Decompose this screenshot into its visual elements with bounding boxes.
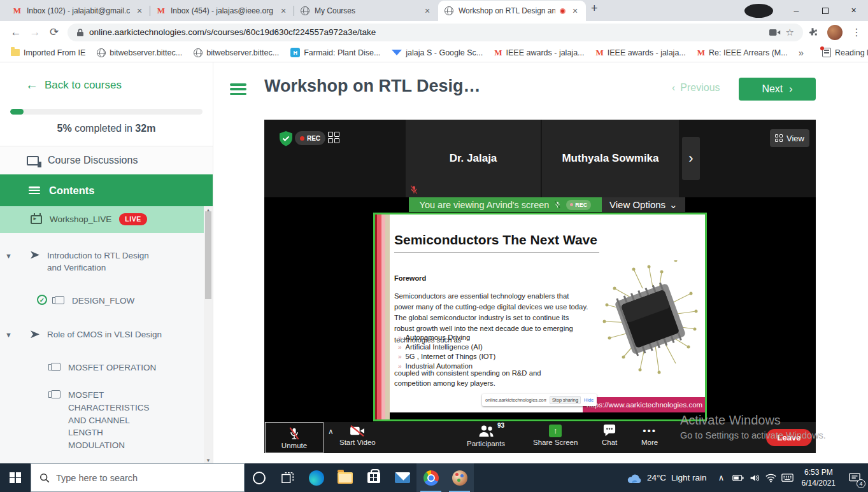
reading-list-button[interactable]: Reading list <box>818 46 868 59</box>
taskbar-clock[interactable]: 6:53 PM 6/14/2021 <box>796 463 841 492</box>
volume-icon[interactable] <box>746 463 763 492</box>
tab-workshop-active[interactable]: Workshop on RTL Design an × <box>438 1 586 21</box>
hidden-icons-chevron[interactable]: ∧ <box>713 463 730 492</box>
touch-keyboard-icon[interactable] <box>779 463 796 492</box>
slide-body: Semiconductors The Next Wave Foreword Se… <box>390 214 705 419</box>
url-text: online.aarkictechnologies.com/s/courses/… <box>89 27 764 37</box>
store-icon <box>367 472 380 483</box>
gallery-view-icon[interactable] <box>328 132 339 143</box>
more-dots-icon: ••• <box>643 425 657 437</box>
tab-recording-indicator-icon <box>560 8 566 14</box>
participants-button[interactable]: 93 Participants <box>467 425 505 447</box>
next-participants-chevron[interactable]: › <box>682 137 700 180</box>
new-tab-button[interactable]: + <box>591 2 598 15</box>
sidebar-section-intro-rtl[interactable]: ▼ Introduction to RTL Design and Verific… <box>0 242 213 282</box>
leave-button[interactable]: Leave <box>766 429 812 446</box>
chevron-down-icon[interactable]: ▼ <box>5 330 12 341</box>
participant-tile: Muthyala Sowmika <box>542 120 679 197</box>
maximize-button[interactable] <box>811 0 839 21</box>
sidebar-item-mosfet-characteristics[interactable]: MOSFET CHARACTERISTICS AND CHANNEL LENGT… <box>0 381 213 459</box>
chevron-down-icon[interactable]: ▼ <box>5 251 12 262</box>
back-icon[interactable]: ← <box>6 26 25 39</box>
hide-button[interactable]: Hide <box>584 397 594 403</box>
next-button[interactable]: Next › <box>739 78 816 101</box>
cortana-button[interactable] <box>245 463 273 492</box>
weather-cloud-icon <box>627 472 642 484</box>
tab-my-courses[interactable]: My Courses × <box>294 1 438 21</box>
chat-button[interactable]: Chat <box>602 425 617 446</box>
unmute-button[interactable]: Unmute <box>265 422 324 453</box>
navbar-actions: ⋮ <box>807 25 862 40</box>
action-center-button[interactable]: 4 <box>841 463 868 492</box>
sidebar-item-design-flow[interactable]: ✓ DESIGN_FLOW <box>0 287 213 315</box>
tab-gmail-personal[interactable]: M Inbox (102) - jalajabit@gmail.com × <box>6 1 150 21</box>
stop-sharing-button[interactable]: Stop sharing <box>550 396 581 404</box>
bookmarks-overflow-chevron-icon[interactable]: » <box>799 47 804 58</box>
sidebar-scrollbar[interactable]: ▲ ▼ <box>204 206 213 465</box>
file-explorer-button[interactable] <box>331 463 359 492</box>
previous-button[interactable]: ‹ Previous <box>672 82 720 94</box>
profile-avatar[interactable] <box>827 25 843 40</box>
view-options-button[interactable]: View Options ⌄ <box>602 197 685 212</box>
network-wifi-icon[interactable] <box>763 463 779 492</box>
task-view-button[interactable] <box>273 463 302 492</box>
view-button[interactable]: View <box>770 129 809 147</box>
scrollbar-thumb[interactable] <box>205 211 211 299</box>
tab-close-icon[interactable]: × <box>570 6 580 16</box>
sidebar-item-workshop-live[interactable]: Workshop_LIVE LIVE <box>0 206 213 233</box>
bookmark-item[interactable]: bitwebserver.bittec... <box>189 46 283 59</box>
chrome-menu-kebab-icon[interactable]: ⋮ <box>851 26 862 38</box>
globe-icon <box>194 48 203 57</box>
contents-list: Workshop_LIVE LIVE ▼ Introduction to RTL… <box>0 206 213 465</box>
lesson-pages-icon <box>55 296 64 304</box>
chrome-button[interactable] <box>416 463 445 492</box>
tab-close-icon[interactable]: × <box>422 6 432 16</box>
tab-close-icon[interactable]: × <box>134 6 145 16</box>
edge-button[interactable] <box>302 463 331 492</box>
reload-icon[interactable]: ⟳ <box>45 25 64 39</box>
weather-widget[interactable]: 24°C Light rain <box>620 463 713 492</box>
bookmark-item[interactable]: MRe: IEEE Arrears (M... <box>693 46 792 60</box>
start-video-button[interactable]: Start Video <box>339 425 376 446</box>
slide-title: Semiconductors The Next Wave <box>394 232 599 253</box>
bookmark-item[interactable]: MIEEE awards - jalaja... <box>592 46 690 60</box>
search-input[interactable] <box>56 473 209 483</box>
battery-icon[interactable] <box>730 463 746 492</box>
bookmark-star-icon[interactable]: ☆ <box>786 27 794 38</box>
minimize-button[interactable]: – <box>782 0 811 21</box>
paint-button[interactable] <box>445 463 474 492</box>
tab-close-icon[interactable]: × <box>278 6 288 16</box>
bookmark-item[interactable]: HFarmaid: Plant Dise... <box>286 46 385 59</box>
close-button[interactable]: × <box>839 0 868 21</box>
tab-gmail-ieee[interactable]: M Inbox (454) - jalajas@ieee.org - IE × <box>150 1 294 21</box>
mail-button[interactable] <box>388 463 416 492</box>
toggle-sidebar-hamburger-icon[interactable] <box>230 83 246 95</box>
course-discussions-button[interactable]: Course Discussions <box>0 146 213 174</box>
security-shield-icon[interactable] <box>278 130 294 147</box>
more-button[interactable]: ••• More <box>641 425 658 446</box>
muted-camera-icon <box>350 425 365 437</box>
bookmark-item[interactable]: MIEEE awards - jalaja... <box>490 46 588 60</box>
scroll-down-icon[interactable]: ▼ <box>204 458 213 463</box>
start-button[interactable] <box>0 463 31 492</box>
back-to-courses-link[interactable]: ← Back to courses <box>0 62 213 92</box>
microsoft-store-button[interactable] <box>359 463 388 492</box>
contents-header[interactable]: Contents <box>0 174 213 206</box>
sidebar-item-mosfet-operation[interactable]: MOSFET OPERATION <box>0 354 213 382</box>
address-bar[interactable]: online.aarkictechnologies.com/s/courses/… <box>68 24 803 41</box>
bookmark-item[interactable]: Imported From IE <box>6 46 90 59</box>
audio-options-chevron-icon[interactable]: ∧ <box>328 427 334 436</box>
section-flag-icon <box>31 251 39 259</box>
camera-icon[interactable] <box>769 29 781 36</box>
extensions-puzzle-icon[interactable] <box>807 27 818 38</box>
bookmark-item[interactable]: jalaja S - Google Sc... <box>387 46 487 59</box>
forward-icon[interactable]: → <box>25 26 45 39</box>
media-controls-button[interactable]: ▾ <box>744 4 773 18</box>
reading-list-icon <box>822 48 831 57</box>
gmail-icon: M <box>596 48 604 58</box>
bookmark-item[interactable]: bitwebserver.bittec... <box>92 46 187 59</box>
google-scholar-icon <box>392 50 402 55</box>
sidebar-section-cmos-vlsi[interactable]: ▼ Role of CMOS in VLSI Design <box>0 321 213 349</box>
share-screen-button[interactable]: ↑ Share Screen <box>533 425 578 446</box>
taskbar-search[interactable] <box>31 463 245 492</box>
